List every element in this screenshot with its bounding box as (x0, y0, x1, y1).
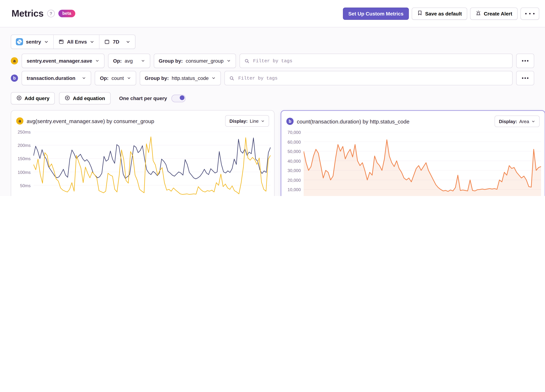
chevron-down-icon (127, 76, 131, 80)
groupby-select-a[interactable]: Group by:consumer_group (154, 54, 236, 68)
add-equation-button[interactable]: Add equation (59, 92, 110, 104)
query-more-button-b[interactable] (516, 71, 534, 85)
tag-filter-a (239, 54, 513, 68)
query-badge-a: a (11, 57, 18, 64)
metric-select-a[interactable]: sentry.event_manager.save (22, 54, 105, 68)
metrics-page: Metrics ? beta Set Up Custom Metrics Sav… (0, 0, 545, 196)
add-query-button[interactable]: Add query (11, 92, 55, 104)
display-select-a[interactable]: Display:Line (225, 115, 269, 127)
plus-circle-icon (64, 95, 70, 102)
chart-badge-a: a (16, 117, 23, 125)
search-icon (244, 58, 249, 64)
chart-badge-b: b (286, 118, 294, 125)
setup-custom-metrics-button[interactable]: Set Up Custom Metrics (343, 7, 409, 20)
project-name: sentry (26, 39, 41, 45)
header-more-button[interactable] (520, 7, 539, 20)
display-select-b[interactable]: Display:Area (495, 116, 540, 127)
query-actions: Add query Add equation One chart per que… (11, 92, 185, 104)
date-range-value: 7D (113, 39, 119, 45)
chevron-down-icon (226, 59, 231, 63)
query-badge-b: b (11, 74, 18, 82)
op-select-b[interactable]: Op:count (95, 71, 136, 85)
calendar-icon (104, 39, 110, 45)
save-as-default-button[interactable]: Save as default (412, 7, 467, 20)
page-title: Metrics (12, 8, 43, 19)
siren-icon (476, 10, 481, 17)
header-actions: Set Up Custom Metrics Save as default Cr… (343, 7, 539, 20)
chevron-down-icon (126, 39, 130, 44)
chart-panel-a: a avg(sentry.event_manager.save) by cons… (11, 110, 274, 196)
help-icon[interactable]: ? (47, 10, 55, 17)
chart-panel-b[interactable]: b count(transaction.duration) by http.st… (281, 110, 545, 196)
plus-circle-icon (16, 95, 22, 102)
query-row-b: b transaction.duration Op:count Group by… (11, 71, 534, 85)
tag-filter-b (225, 71, 513, 85)
python-project-icon (16, 38, 23, 45)
chevron-down-icon (95, 59, 99, 63)
chart-title-b: count(transaction.duration) by http.stat… (297, 118, 409, 124)
chevron-down-icon (531, 119, 535, 123)
chevron-down-icon (141, 59, 145, 63)
tag-filter-input-b[interactable] (238, 75, 508, 81)
line-chart-a[interactable] (33, 132, 271, 196)
query-more-button-a[interactable] (516, 54, 534, 68)
chevron-down-icon (44, 39, 49, 44)
project-selector[interactable]: sentry (11, 35, 53, 49)
chevron-down-icon (261, 119, 265, 123)
one-chart-per-query-toggle[interactable] (171, 94, 185, 102)
groupby-select-b[interactable]: Group by:http.status_code (140, 71, 221, 85)
page-filter-bar: sentry All Envs 7D (11, 35, 136, 49)
chart-title-a: avg(sentry.event_manager.save) by consum… (27, 118, 154, 124)
metric-select-b[interactable]: transaction.duration (22, 71, 91, 85)
query-row-a: a sentry.event_manager.save Op:avg Group… (11, 54, 534, 68)
bookmark-icon (417, 10, 422, 17)
page-header: Metrics ? beta Set Up Custom Metrics Sav… (0, 0, 545, 27)
create-alert-button[interactable]: Create Alert (470, 7, 518, 20)
environment-icon (58, 39, 64, 45)
chevron-down-icon (82, 76, 86, 80)
beta-badge: beta (58, 10, 75, 17)
environment-value: All Envs (67, 39, 87, 45)
op-select-a[interactable]: Op:avg (108, 54, 150, 68)
y-axis-labels-b: 70,00060,00050,00040,00030,00020,00010,0… (284, 132, 304, 196)
y-axis-labels-a: 250ms200ms150ms100ms50ms0ms (14, 132, 33, 196)
ellipsis-icon (525, 13, 527, 14)
one-chart-per-query-label: One chart per query (119, 95, 167, 101)
area-chart-b[interactable] (304, 132, 541, 196)
chevron-down-icon (90, 39, 94, 44)
chevron-down-icon (212, 76, 216, 80)
tag-filter-input-a[interactable] (252, 58, 508, 64)
environment-selector[interactable]: All Envs (53, 35, 99, 49)
search-icon (229, 75, 235, 81)
date-range-selector[interactable]: 7D (99, 35, 135, 49)
